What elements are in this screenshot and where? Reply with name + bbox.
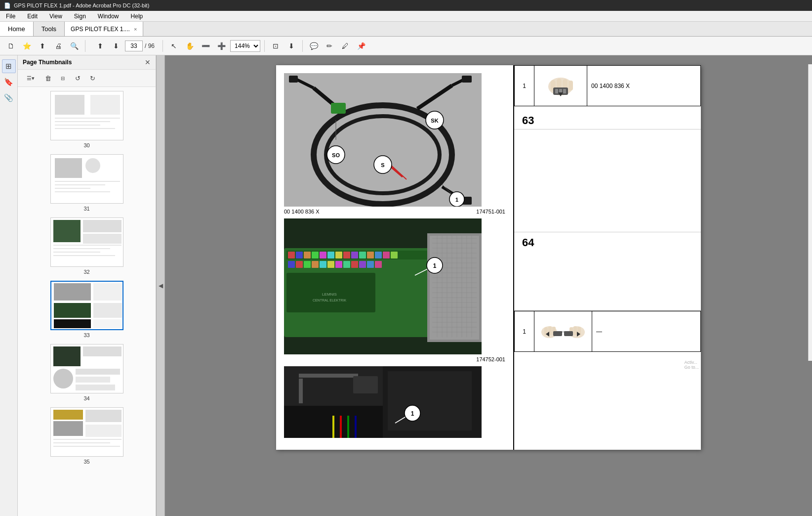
svg-rect-37 (53, 410, 83, 420)
thumbnails-nav-button[interactable]: ⊞ (2, 59, 16, 73)
svg-text:CENTRAL ELEKTRIK: CENTRAL ELEKTRIK (313, 299, 347, 302)
toolbar-sep-2 (162, 40, 163, 52)
print-button[interactable]: 🖨 (51, 39, 65, 53)
thumbnail-page-34[interactable]: 34 (22, 344, 152, 401)
collapse-sidebar-button[interactable]: ◀ (156, 55, 165, 516)
select-tool[interactable]: ↖ (167, 39, 181, 53)
page-number-input[interactable] (125, 41, 143, 51)
highlight-button[interactable]: ✏ (323, 39, 336, 53)
sidebar-options-button[interactable]: ⊟ (56, 72, 69, 85)
parts-num-65-1: 1 (515, 311, 534, 352)
thumbnail-label-31: 31 (83, 206, 89, 212)
share-button[interactable]: ⬆ (36, 39, 49, 53)
thumbnail-label-32: 32 (83, 269, 89, 275)
parts-code-63-1: 00 1400 836 X (587, 66, 701, 106)
menu-help[interactable]: Help (129, 12, 145, 21)
thumbnail-label-30: 30 (83, 142, 89, 148)
svg-text:SO: SO (332, 152, 340, 158)
pan-tool[interactable]: ✋ (183, 39, 197, 53)
menu-file[interactable]: File (4, 12, 17, 21)
tab-home[interactable]: Home (0, 22, 34, 36)
sidebar-redo-button[interactable]: ↻ (86, 72, 99, 85)
fit-page-button[interactable]: ⊡ (269, 39, 283, 53)
svg-rect-79 (351, 252, 358, 258)
menu-view[interactable]: View (47, 12, 64, 21)
svg-rect-85 (288, 261, 295, 268)
new-button[interactable]: 🗋 (4, 39, 18, 53)
thumbnail-page-31[interactable]: 31 (22, 154, 152, 212)
svg-rect-92 (343, 261, 350, 268)
section-number-64: 64 (514, 232, 701, 249)
thumbnail-page-32[interactable]: 32 (22, 217, 152, 275)
svg-rect-170 (564, 331, 573, 336)
parts-row-65-1: 1 (515, 311, 701, 352)
toolbar-sep-3 (264, 40, 265, 52)
zoom-select[interactable]: 50% 75% 100% 125% 144% 150% 200% (230, 40, 260, 52)
svg-rect-143 (388, 371, 472, 430)
sidebar-undo-button[interactable]: ↺ (71, 72, 84, 85)
parts-table-63: 1 (514, 65, 701, 106)
svg-rect-156 (563, 89, 566, 93)
tab-document[interactable]: GPS PILOT FLEX 1.... × (65, 22, 143, 36)
prev-page-button[interactable]: ⬆ (93, 39, 107, 53)
dark-photo-image: 1 (284, 366, 482, 438)
thumbnail-svg-30 (51, 91, 123, 140)
next-page-button[interactable]: ⬇ (109, 39, 123, 53)
menu-edit[interactable]: Edit (25, 12, 40, 21)
svg-rect-140 (299, 379, 303, 403)
figure-63-caption: 00 1400 836 X 174751-001 (284, 209, 505, 215)
sidebar-close-button[interactable]: ✕ (145, 58, 151, 66)
svg-rect-39 (85, 410, 122, 422)
main-area: ⊞ 🔖 📎 Page Thumbnails ✕ ☰▾ 🗑 ⊟ ↺ ↻ (0, 55, 812, 516)
svg-rect-2 (90, 95, 120, 115)
attachments-nav-button[interactable]: 📎 (2, 91, 16, 105)
bookmark-button[interactable]: ⭐ (20, 39, 34, 53)
menu-window[interactable]: Window (96, 12, 121, 21)
figure-64-ref: 174752-001 (476, 356, 505, 362)
thumbnail-img-33 (50, 281, 123, 330)
thumbnail-img-31 (50, 154, 123, 204)
thumbnail-page-35[interactable]: 35 (22, 407, 152, 465)
download-button[interactable]: ⬇ (284, 39, 298, 53)
figure-64-diagram: LEMNIS CENTRAL ELEKTRIK (284, 218, 505, 362)
tab-tools[interactable]: Tools (34, 22, 65, 36)
toolbar: 🗋 ⭐ ⬆ 🖨 🔍 ⬆ ⬇ / 96 ↖ ✋ ➖ ➕ 50% 75% 100% … (0, 37, 812, 55)
section-number-63: 63 (514, 110, 701, 127)
pdf-area[interactable]: SO S SK 1 (165, 55, 812, 516)
svg-text:S: S (381, 162, 384, 168)
thumbnail-page-33[interactable]: 33 (22, 281, 152, 338)
svg-rect-35 (76, 385, 115, 390)
svg-rect-16 (83, 220, 122, 232)
parts-num-63-1: 1 (515, 66, 534, 106)
toolbar-sep-4 (302, 40, 303, 52)
svg-rect-24 (93, 283, 122, 301)
markup-button[interactable]: 🖊 (338, 39, 352, 53)
circuit-board-svg: LEMNIS CENTRAL ELEKTRIK (284, 218, 482, 354)
svg-rect-1 (55, 95, 84, 115)
svg-text:1: 1 (433, 262, 437, 269)
sidebar-delete-button[interactable]: 🗑 (41, 72, 54, 85)
bookmarks-nav-button[interactable]: 🔖 (2, 75, 16, 89)
svg-rect-87 (304, 261, 311, 268)
zoom-in-button[interactable]: ➕ (214, 39, 228, 53)
svg-rect-76 (327, 252, 334, 258)
sidebar-header: Page Thumbnails ✕ (18, 55, 156, 70)
comment-button[interactable]: 💬 (307, 39, 321, 53)
zoom-out-button[interactable]: ➖ (199, 39, 212, 53)
figure-63-part: 00 1400 836 X (284, 209, 320, 215)
menu-sign[interactable]: Sign (72, 12, 88, 21)
svg-rect-94 (359, 261, 366, 268)
svg-rect-83 (383, 252, 390, 258)
svg-rect-28 (93, 319, 122, 328)
search-button[interactable]: 🔍 (67, 39, 81, 53)
svg-rect-75 (320, 252, 326, 258)
thumbnails-container[interactable]: 30 31 (18, 87, 156, 516)
sidebar-scrollbar[interactable] (808, 64, 812, 361)
thumbnail-page-30[interactable]: 30 (22, 91, 152, 148)
svg-rect-89 (320, 261, 326, 268)
stamp-button[interactable]: 📌 (354, 39, 368, 53)
parts-icon-svg-63 (538, 68, 583, 102)
sidebar-view-options-button[interactable]: ☰▾ (22, 72, 40, 85)
tab-close-button[interactable]: × (134, 26, 137, 32)
svg-rect-78 (343, 252, 350, 258)
